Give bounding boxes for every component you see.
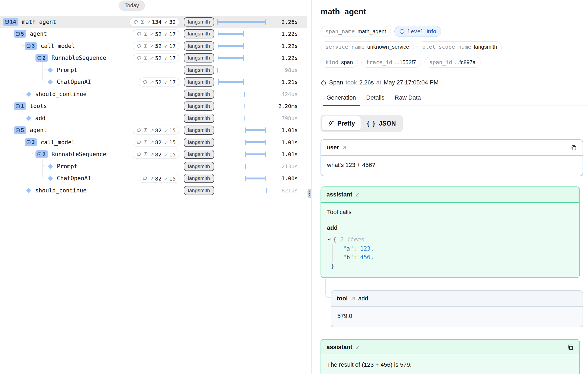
copy-icon (570, 144, 577, 151)
collapse-badge[interactable]: 5 (14, 30, 26, 38)
message-card-header: assistant (321, 340, 579, 355)
collapse-badge[interactable]: 3 (25, 42, 37, 50)
tab-generation[interactable]: Generation (323, 94, 360, 106)
trace-tree-row[interactable]: add langsmith 798µs (0, 112, 307, 124)
trace-tree: 14 math_agent Σ ↗ 134 ↙ 32 langsmith 2.2… (0, 0, 307, 374)
token-usage-pill: ↗ 82 ↙ 15 (139, 174, 179, 183)
row-lead: 3 call_model (0, 40, 75, 52)
tool-connector-elbow (325, 279, 331, 298)
collapse-badge[interactable]: 2 (35, 54, 48, 62)
descendant-count: 14 (10, 19, 16, 25)
copy-button[interactable] (570, 144, 577, 151)
trace-tree-row[interactable]: 5 agent Σ ↗ 82 ↙ 15 langsmith 1.01s (0, 124, 307, 136)
output-tokens-arrow-icon: ↙ (164, 19, 168, 25)
metadata-pill: level Info (394, 26, 441, 37)
arrow-up-right-icon (350, 296, 355, 301)
trace-tree-row[interactable]: ChatOpenAI ↗ 82 ↙ 15 langsmith 1.00s (0, 172, 307, 185)
input-tokens-arrow-icon: ↗ (150, 151, 154, 157)
span-name-label: ChatOpenAI (57, 79, 91, 85)
span-detail-panel: math_agent span_name math_agent level In… (311, 0, 588, 374)
trace-tree-row[interactable]: 1 tools langsmith 2.20ms (0, 100, 307, 112)
trace-tree-row[interactable]: Prompt langsmith 213µs (0, 160, 307, 172)
input-tokens-arrow-icon: ↗ (150, 139, 154, 145)
trace-tree-row[interactable]: Prompt langsmith 98µs (0, 64, 307, 76)
row-lead: 5 agent (0, 28, 47, 40)
trace-tree-row[interactable]: 2 RunnableSequence Σ ↗ 52 ↙ 17 langsmith… (0, 52, 307, 64)
output-tokens: 17 (169, 79, 176, 85)
json-root-line: { 2 items (327, 235, 573, 244)
duration-bar (218, 55, 244, 61)
message-card-assistant-toolcall: assistant Tool calls add { 2 items (321, 186, 580, 278)
collapse-badge[interactable]: 1 (14, 102, 26, 110)
sigma-icon: Σ (144, 151, 147, 158)
trace-tree-row[interactable]: should_continue langsmith 821µs (0, 184, 307, 196)
descendant-count: 3 (32, 139, 35, 145)
langsmith-tag: langsmith (184, 126, 214, 135)
row-lead: Prompt (0, 64, 77, 76)
output-tokens-arrow-icon: ↙ (164, 31, 168, 37)
metadata-key: otel_scope_name (422, 44, 471, 50)
collapse-badge[interactable]: 2 (35, 150, 48, 158)
message-card-header: tool add (331, 291, 583, 307)
tool-result-content: 579.0 (331, 307, 583, 327)
duration-label: 1.01s (282, 139, 298, 146)
collapse-badge[interactable]: 3 (25, 138, 37, 146)
metadata-pill: trace_id ...1552f7 (361, 57, 421, 68)
leaf-diamond-icon (26, 91, 31, 97)
trace-tree-row[interactable]: ChatOpenAI ↗ 52 ↙ 17 langsmith 1.21s (0, 76, 307, 88)
collapse-badge[interactable]: 14 (3, 18, 18, 26)
collapse-minus-icon (5, 20, 9, 24)
metadata-value: span (341, 59, 353, 65)
trace-tree-row[interactable]: 3 call_model Σ ↗ 82 ↙ 15 langsmith 1.01s (0, 136, 307, 148)
metadata-key: span_name (325, 28, 355, 35)
output-tokens: 15 (169, 175, 176, 182)
langsmith-tag: langsmith (184, 150, 214, 159)
langsmith-tag: langsmith (184, 77, 214, 87)
metadata-key: trace_id (366, 59, 392, 65)
duration-bar (266, 188, 267, 193)
duration-label: 798µs (282, 115, 298, 122)
collapse-minus-icon (16, 128, 20, 132)
token-usage-pill: Σ ↗ 134 ↙ 32 (129, 17, 179, 26)
trace-tree-row[interactable]: 3 call_model Σ ↗ 52 ↙ 17 langsmith 1.22s (0, 40, 307, 52)
langsmith-tag: langsmith (184, 17, 214, 27)
leaf-diamond-icon (48, 67, 53, 73)
span-name-label: agent (30, 31, 47, 37)
trace-tree-row[interactable]: 14 math_agent Σ ↗ 134 ↙ 32 langsmith 2.2… (0, 16, 307, 28)
arrow-up-right-icon (342, 145, 347, 150)
copy-button[interactable] (567, 344, 574, 351)
input-tokens-arrow-icon: ↗ (150, 31, 154, 37)
metadata-pill: span_name math_agent (321, 26, 391, 37)
trace-tree-row[interactable]: 2 RunnableSequence Σ ↗ 82 ↙ 15 langsmith… (0, 148, 307, 160)
input-tokens-arrow-icon: ↗ (150, 79, 154, 85)
duration-bar (245, 176, 266, 181)
page-title: math_agent (321, 7, 583, 16)
tab-raw-data[interactable]: Raw Data (391, 94, 425, 106)
detail-tabs: GenerationDetailsRaw Data (321, 94, 588, 106)
duration-label: 2.20ms (278, 103, 298, 109)
collapse-badge[interactable]: 5 (14, 126, 26, 134)
pretty-view-button[interactable]: Pretty (322, 116, 361, 130)
message-card-assistant-final: assistant The result of (123 + 456) is 5… (321, 339, 580, 374)
output-tokens-arrow-icon: ↙ (164, 43, 168, 49)
collapse-minus-icon (16, 104, 20, 108)
leaf-diamond-icon (26, 188, 31, 193)
role-label: assistant (326, 191, 352, 198)
trace-tree-row[interactable]: should_continue langsmith 424µs (0, 88, 307, 100)
span-timing-line: Span took 2.26s at May 27 17:05:04 PM (321, 79, 583, 86)
output-tokens-arrow-icon: ↙ (164, 55, 168, 61)
collapse-minus-icon (27, 44, 31, 48)
row-lead: 1 tools (0, 100, 47, 112)
duration-bar (245, 140, 266, 145)
json-view-button[interactable]: { } JSON (361, 116, 401, 130)
descendant-count: 2 (43, 55, 45, 61)
trace-tree-row[interactable]: 5 agent Σ ↗ 52 ↙ 17 langsmith 1.22s (0, 28, 307, 40)
metadata-key: kind (325, 59, 338, 65)
tab-details[interactable]: Details (362, 94, 388, 106)
span-name-label: tools (30, 103, 47, 109)
metadata-pill: kind span (321, 57, 358, 68)
langsmith-trace-view: Today 14 math_agent Σ ↗ 134 ↙ 32 (0, 0, 588, 374)
close-brace: } (331, 263, 334, 269)
span-name-label: Prompt (57, 67, 77, 73)
chevron-down-icon[interactable] (327, 237, 331, 242)
